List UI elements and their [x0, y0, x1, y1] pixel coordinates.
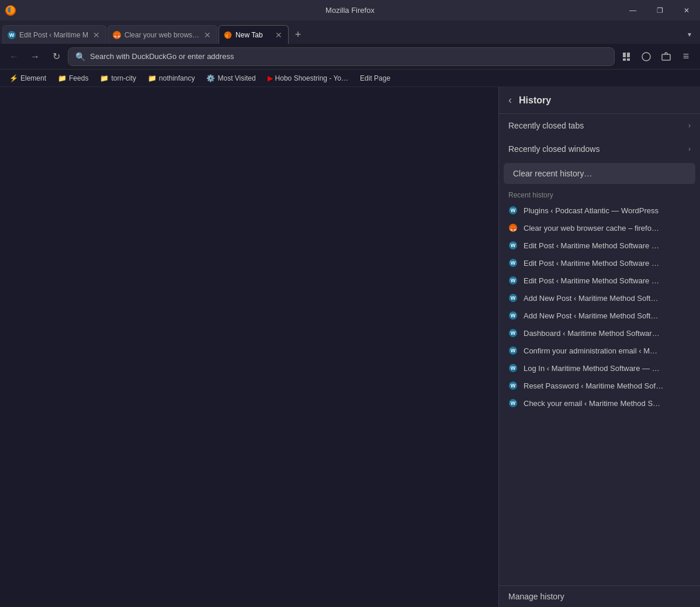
history-item-favicon: W — [508, 206, 518, 215]
tab-bar: W Edit Post ‹ Maritime M ✕ 🦊 Clear your … — [0, 20, 700, 44]
bookmark-edit-page[interactable]: Edit Page — [355, 73, 395, 84]
svg-rect-3 — [627, 53, 630, 57]
history-item-favicon: W — [508, 258, 518, 268]
back-button[interactable]: ← — [5, 47, 23, 66]
bookmark-feeds[interactable]: 📁 Feeds — [53, 73, 93, 84]
svg-point-6 — [642, 53, 650, 61]
history-item-favicon: W — [508, 346, 518, 355]
navbar-right: ≡ — [617, 47, 695, 66]
history-item-favicon: W — [508, 241, 518, 250]
history-item-text: Add New Post ‹ Maritime Method Soft… — [524, 311, 691, 320]
tab-label-2: Clear your web brows… — [124, 31, 199, 39]
recent-history-section-label: Recent history — [499, 186, 700, 202]
history-item-text: Confirm your administration email ‹ M… — [524, 346, 691, 355]
main-content: ‹ History Recently closed tabs › Recentl… — [0, 87, 700, 607]
container-button[interactable] — [637, 47, 656, 66]
search-icon: 🔍 — [75, 52, 85, 61]
tab-clear-cache[interactable]: 🦊 Clear your web brows… ✕ — [108, 25, 217, 44]
history-list-item[interactable]: WLog In ‹ Maritime Method Software — … — [499, 359, 700, 377]
history-list-item[interactable]: WAdd New Post ‹ Maritime Method Soft… — [499, 307, 700, 324]
maximize-button[interactable]: ❐ — [646, 0, 673, 20]
history-list-item[interactable]: WPlugins ‹ Podcast Atlantic — WordPress — [499, 202, 700, 219]
close-button[interactable]: ✕ — [673, 0, 700, 20]
history-item-text: Edit Post ‹ Maritime Method Software … — [524, 241, 691, 250]
history-item-text: Check your email ‹ Maritime Method S… — [524, 399, 691, 408]
bookmark-most-visited[interactable]: ⚙️ Most Visited — [202, 73, 260, 84]
svg-rect-4 — [623, 58, 626, 61]
chevron-right-icon: › — [688, 122, 691, 130]
chevron-right-icon-2: › — [688, 145, 691, 153]
svg-rect-7 — [662, 54, 670, 60]
history-item-favicon: 🦊 — [508, 223, 518, 233]
tab-list-button[interactable]: ▾ — [681, 26, 698, 43]
tab-new-tab[interactable]: New Tab ✕ — [219, 25, 289, 44]
bookmark-hobo[interactable]: ▶ Hobo Shoestring - Yo… — [263, 73, 353, 84]
history-panel: ‹ History Recently closed tabs › Recentl… — [498, 87, 700, 607]
menu-button[interactable]: ≡ — [677, 47, 695, 66]
history-item-favicon: W — [508, 398, 518, 408]
history-list-item[interactable]: WReset Password ‹ Maritime Method Sof… — [499, 377, 700, 394]
tab-close-2[interactable]: ✕ — [203, 30, 212, 40]
bookmark-nothinfancy-label: nothinfancy — [159, 74, 195, 82]
history-header: ‹ History — [499, 87, 700, 114]
recently-closed-windows-item[interactable]: Recently closed windows › — [499, 137, 700, 161]
svg-rect-2 — [623, 53, 626, 57]
address-bar-text: Search with DuckDuckGo or enter address — [90, 52, 607, 61]
recently-closed-tabs-label: Recently closed tabs — [508, 121, 584, 130]
history-list-item[interactable]: WConfirm your administration email ‹ M… — [499, 342, 700, 359]
bookmark-torn-city[interactable]: 📁 torn-city — [95, 73, 141, 84]
reload-button[interactable]: ↻ — [47, 47, 65, 66]
history-item-text: Add New Post ‹ Maritime Method Soft… — [524, 294, 691, 303]
forward-button[interactable]: → — [26, 47, 44, 66]
tab-close-3[interactable]: ✕ — [274, 30, 283, 40]
tab-favicon-1: W — [8, 31, 16, 39]
titlebar: Mozilla Firefox — ❐ ✕ — [0, 0, 700, 20]
history-item-text: Edit Post ‹ Maritime Method Software … — [524, 259, 691, 268]
history-list-item[interactable]: WCheck your email ‹ Maritime Method S… — [499, 394, 700, 412]
history-list-item[interactable]: WEdit Post ‹ Maritime Method Software … — [499, 237, 700, 254]
bookmark-edit-page-label: Edit Page — [360, 74, 390, 82]
history-list-item[interactable]: WEdit Post ‹ Maritime Method Software … — [499, 254, 700, 272]
tab-label-3: New Tab — [235, 31, 271, 39]
history-item-favicon: W — [508, 363, 518, 373]
nothinfancy-icon: 📁 — [148, 74, 157, 82]
tab-edit-post[interactable]: W Edit Post ‹ Maritime M ✕ — [2, 25, 106, 44]
history-item-text: Edit Post ‹ Maritime Method Software … — [524, 276, 691, 285]
tab-favicon-2: 🦊 — [113, 31, 121, 39]
history-back-button[interactable]: ‹ — [508, 94, 512, 106]
most-visited-icon: ⚙️ — [206, 74, 215, 82]
history-item-text: Log In ‹ Maritime Method Software — … — [524, 364, 691, 373]
history-item-text: Clear your web browser cache – firefo… — [524, 224, 691, 233]
manage-history-button[interactable]: Manage history — [499, 585, 700, 607]
window-title: Mozilla Firefox — [325, 6, 375, 15]
history-list-item[interactable]: WDashboard ‹ Maritime Method Softwar… — [499, 324, 700, 342]
history-item-text: Reset Password ‹ Maritime Method Sof… — [524, 381, 691, 390]
svg-rect-5 — [627, 58, 630, 61]
history-list-item[interactable]: WAdd New Post ‹ Maritime Method Soft… — [499, 289, 700, 307]
bookmark-element[interactable]: ⚡ Element — [5, 73, 51, 84]
bookmark-most-visited-label: Most Visited — [217, 74, 255, 82]
bookmark-element-label: Element — [20, 74, 46, 82]
bookmarks-button[interactable] — [617, 47, 636, 66]
hobo-icon: ▶ — [268, 74, 273, 82]
recently-closed-windows-label: Recently closed windows — [508, 144, 599, 154]
history-title: History — [519, 95, 551, 106]
new-tab-button[interactable]: + — [290, 26, 306, 43]
tab-close-1[interactable]: ✕ — [92, 30, 101, 40]
history-list-item[interactable]: WEdit Post ‹ Maritime Method Software … — [499, 272, 700, 289]
bookmark-nothinfancy[interactable]: 📁 nothinfancy — [143, 73, 199, 84]
recently-closed-tabs-item[interactable]: Recently closed tabs › — [499, 114, 700, 137]
history-item-favicon: W — [508, 276, 518, 285]
extension-button[interactable] — [657, 47, 675, 66]
clear-history-label: Clear recent history… — [513, 169, 592, 178]
element-icon: ⚡ — [9, 74, 18, 82]
bookmark-torn-city-label: torn-city — [111, 74, 136, 82]
history-items-list: WPlugins ‹ Podcast Atlantic — WordPress🦊… — [499, 202, 700, 585]
torn-city-icon: 📁 — [100, 74, 109, 82]
address-bar[interactable]: 🔍 Search with DuckDuckGo or enter addres… — [68, 47, 615, 66]
history-list-item[interactable]: 🦊Clear your web browser cache – firefo… — [499, 219, 700, 237]
history-item-text: Plugins ‹ Podcast Atlantic — WordPress — [524, 206, 691, 215]
bookmark-feeds-label: Feeds — [69, 74, 88, 82]
clear-history-button[interactable]: Clear recent history… — [504, 163, 695, 184]
minimize-button[interactable]: — — [619, 0, 646, 20]
